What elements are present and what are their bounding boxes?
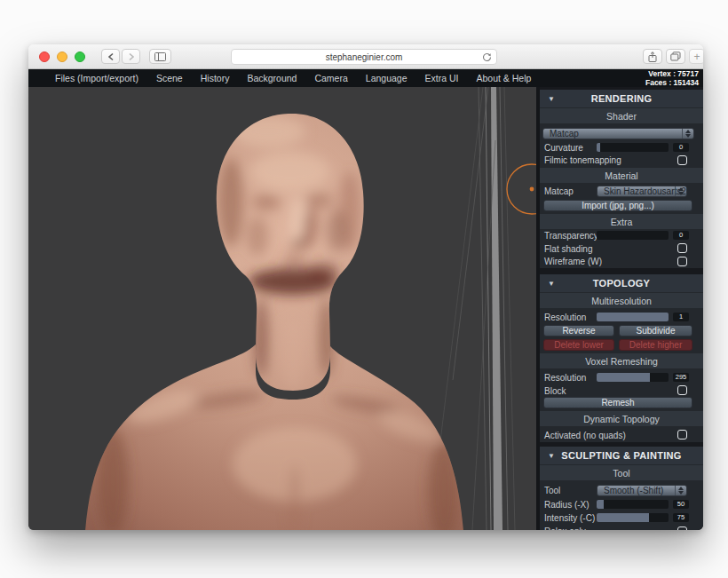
- reverse-subdivide-row: Reverse Subdivide: [540, 324, 703, 338]
- settings-panel: ▼ RENDERING Shader Matcap Curvature 0: [536, 87, 703, 530]
- section-rendering[interactable]: ▼ RENDERING: [540, 90, 703, 107]
- shader-row: Matcap: [540, 126, 703, 141]
- reverse-button[interactable]: Reverse: [543, 325, 614, 337]
- intensity-value[interactable]: 75: [673, 513, 689, 522]
- tabs-icon: [670, 51, 681, 61]
- subtitle-material: Material: [540, 167, 703, 183]
- section-sculpting-painting[interactable]: ▼ SCULPTING & PAINTING: [540, 447, 703, 464]
- subdivide-button[interactable]: Subdivide: [619, 325, 692, 337]
- sculpt-viewport[interactable]: [28, 87, 536, 530]
- activated-checkbox[interactable]: [677, 430, 687, 439]
- browser-toolbar: stephaneginier.com +: [28, 44, 703, 69]
- delete-higher-button[interactable]: Delete higher: [619, 339, 692, 351]
- browser-window: stephaneginier.com + Files (Import/expor: [28, 44, 703, 530]
- multires-resolution-value[interactable]: 1: [673, 313, 689, 321]
- menu-history[interactable]: History: [201, 73, 230, 83]
- voxel-resolution-row: Resolution 295: [540, 370, 703, 384]
- sidebar-toggle-button[interactable]: [149, 49, 171, 64]
- matcap-dropdown[interactable]: Skin Hazardousarts2: [597, 186, 687, 197]
- share-button[interactable]: [643, 49, 662, 64]
- activated-row: Activated (no quads): [540, 428, 703, 442]
- transparency-slider[interactable]: [597, 231, 669, 240]
- subtitle-voxel-remeshing: Voxel Remeshing: [540, 352, 703, 368]
- stepper-icon: [675, 486, 686, 495]
- remesh-button[interactable]: Remesh: [543, 397, 692, 408]
- flat-shading-checkbox[interactable]: [677, 243, 687, 253]
- traffic-lights: [39, 51, 85, 62]
- relax-only-checkbox[interactable]: [677, 527, 687, 530]
- app-menubar: Files (Import/export) Scene History Back…: [28, 69, 703, 87]
- flat-shading-row: Flat shading: [540, 242, 703, 255]
- back-button[interactable]: [101, 49, 120, 64]
- subtitle-tool: Tool: [540, 464, 703, 480]
- mesh-stats: Vertex : 75717 Faces : 151434: [645, 70, 699, 87]
- zoom-button[interactable]: [75, 51, 85, 62]
- voxel-resolution-slider[interactable]: [597, 373, 669, 382]
- radius-slider[interactable]: [597, 500, 669, 509]
- intensity-row: Intensity (-C) 75: [540, 511, 703, 525]
- menu-about-help[interactable]: About & Help: [476, 73, 531, 83]
- block-checkbox[interactable]: [677, 385, 687, 395]
- filmic-checkbox[interactable]: [677, 155, 687, 165]
- share-icon: [648, 51, 657, 62]
- menu-camera[interactable]: Camera: [314, 73, 347, 83]
- delete-lower-button[interactable]: Delete lower: [543, 339, 614, 351]
- collapse-triangle-icon[interactable]: ▼: [548, 452, 555, 460]
- remesh-row: Remesh: [540, 397, 703, 410]
- transparency-value[interactable]: 0: [673, 231, 689, 240]
- url-text: stephaneginier.com: [326, 52, 403, 62]
- matcap-row: Matcap Skin Hazardousarts2: [540, 183, 703, 200]
- close-button[interactable]: [39, 51, 50, 62]
- collapse-triangle-icon[interactable]: ▼: [548, 280, 555, 288]
- wireframe-row: Wireframe (W): [540, 255, 703, 268]
- chevron-right-icon: [128, 52, 135, 61]
- multires-resolution-row: Resolution 1: [540, 310, 703, 324]
- filmic-row: Filmic tonemapping: [540, 154, 703, 167]
- address-bar[interactable]: stephaneginier.com: [231, 49, 497, 65]
- menu-scene[interactable]: Scene: [156, 73, 183, 83]
- minimize-button[interactable]: [57, 51, 67, 62]
- sculpted-bust-render: [28, 87, 536, 530]
- multires-resolution-slider[interactable]: [597, 313, 669, 321]
- menu-language[interactable]: Language: [366, 73, 408, 83]
- delete-row: Delete lower Delete higher: [540, 338, 703, 352]
- collapse-triangle-icon[interactable]: ▼: [548, 95, 555, 103]
- menu-background[interactable]: Background: [247, 73, 297, 83]
- sidebar-icon: [154, 52, 166, 61]
- curvature-slider[interactable]: [597, 143, 669, 152]
- new-tab-button[interactable]: +: [689, 49, 703, 64]
- subtitle-shader: Shader: [540, 107, 703, 123]
- stepper-icon: [675, 186, 686, 196]
- faces-count: Faces : 151434: [645, 79, 699, 88]
- import-row: Import (jpg, png...): [540, 200, 703, 213]
- subtitle-dynamic-topology: Dynamic Topology: [540, 410, 703, 426]
- curvature-row: Curvature 0: [540, 141, 703, 154]
- radius-value[interactable]: 50: [673, 500, 689, 509]
- transparency-row: Transparency 0: [540, 229, 703, 242]
- menu-extra-ui[interactable]: Extra UI: [425, 73, 459, 83]
- forward-button[interactable]: [122, 49, 140, 64]
- block-row: Block: [540, 384, 703, 397]
- plus-icon: +: [693, 51, 700, 63]
- stepper-icon: [682, 129, 693, 139]
- app-content: ▼ RENDERING Shader Matcap Curvature 0: [28, 87, 703, 530]
- curvature-value[interactable]: 0: [673, 143, 689, 152]
- subtitle-extra: Extra: [540, 213, 703, 229]
- import-matcap-button[interactable]: Import (jpg, png...): [543, 200, 692, 211]
- tool-row: Tool Smooth (-Shift): [540, 483, 703, 498]
- voxel-resolution-value[interactable]: 295: [673, 373, 689, 382]
- section-topology[interactable]: ▼ TOPOLOGY: [540, 274, 703, 292]
- shader-dropdown[interactable]: Matcap: [542, 128, 694, 139]
- subtitle-multiresolution: Multiresolution: [540, 292, 703, 308]
- intensity-slider[interactable]: [597, 513, 669, 522]
- chevron-left-icon: [107, 52, 115, 61]
- reload-icon[interactable]: [482, 52, 492, 62]
- wireframe-checkbox[interactable]: [677, 257, 687, 266]
- tool-dropdown[interactable]: Smooth (-Shift): [597, 485, 687, 496]
- radius-row: Radius (-X) 50: [540, 498, 703, 511]
- menu-files[interactable]: Files (Import/export): [55, 73, 138, 83]
- relax-only-row: Relax only: [540, 525, 703, 530]
- tabs-overview-button[interactable]: [666, 49, 685, 64]
